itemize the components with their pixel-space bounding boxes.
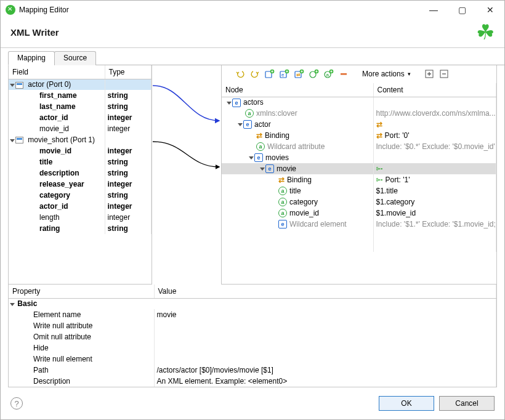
field-row[interactable]: descriptionstring [9, 168, 152, 179]
tab-mapping[interactable]: Mapping [8, 51, 55, 65]
tree-toggle-icon[interactable] [227, 102, 232, 105]
col-value[interactable]: Value [154, 285, 496, 298]
prop-group-row[interactable]: Basic [9, 298, 496, 309]
col-type[interactable]: Type [105, 65, 152, 79]
minimize-button[interactable]: — [419, 1, 448, 19]
node-row[interactable]: emovies [222, 152, 496, 163]
field-row[interactable]: last_namestring [9, 101, 152, 112]
help-icon[interactable]: ? [10, 397, 23, 410]
port-label[interactable]: actor (Port 0) [26, 80, 71, 89]
field-row[interactable]: movie_idinteger [9, 145, 152, 156]
tab-source[interactable]: Source [54, 51, 96, 65]
add-attribute2-icon[interactable]: a [323, 68, 335, 80]
field-name: category [9, 190, 105, 201]
tree-toggle-icon[interactable] [238, 123, 243, 126]
redo-icon[interactable] [249, 68, 261, 80]
node-row[interactable]: BindingPort: '1' [222, 174, 496, 185]
field-type: integer [105, 212, 152, 223]
prop-row[interactable]: Path/actors/actor [$0]/movies/movie [$1] [9, 365, 496, 376]
node-label: Wildcard attribute [267, 142, 325, 151]
prop-group-label: Basic [15, 299, 37, 308]
field-row[interactable]: actor_idinteger [9, 201, 152, 212]
attribute-icon: a [278, 209, 287, 217]
field-type: string [105, 101, 152, 112]
maximize-button[interactable]: ▢ [448, 1, 476, 19]
tree-toggle-icon[interactable] [10, 303, 15, 306]
field-name: release_year [9, 179, 105, 190]
prop-value[interactable] [154, 331, 496, 342]
node-row[interactable]: eWildcard elementInclude: '$1.*' Exclude… [222, 219, 496, 230]
port-row[interactable]: movie_short (Port 1) [9, 134, 152, 145]
add-binding-icon[interactable]: ⇄ [293, 68, 305, 80]
cancel-button[interactable]: Cancel [439, 396, 495, 411]
node-row[interactable]: BindingPort: '0' [222, 130, 496, 141]
node-row[interactable]: atitle$1.title [222, 185, 496, 196]
ok-button[interactable]: OK [379, 396, 434, 411]
tree-toggle-icon[interactable] [249, 156, 254, 160]
binding-icon [278, 176, 285, 184]
field-row[interactable]: first_namestring [9, 90, 152, 101]
more-actions-dropdown[interactable]: More actions ▾ [360, 68, 413, 79]
close-button[interactable]: ✕ [476, 1, 504, 19]
port-row[interactable]: actor (Port 0) [9, 79, 152, 90]
field-row[interactable]: titlestring [9, 156, 152, 168]
field-type: string [105, 223, 152, 234]
prop-name: Description [9, 376, 154, 387]
tab-strip: Mapping Source [8, 50, 504, 65]
app-icon [6, 5, 15, 15]
field-row[interactable]: actor_idinteger [9, 112, 152, 123]
prop-row[interactable]: Write null attribute [9, 320, 496, 331]
expand-all-icon[interactable] [423, 68, 435, 80]
prop-value[interactable]: An XML element. Example: <element0> [154, 376, 496, 387]
field-row[interactable]: lengthinteger [9, 212, 152, 223]
node-row[interactable]: acategory$1.category [222, 196, 496, 208]
remove-icon[interactable] [337, 68, 350, 80]
col-property[interactable]: Property [9, 285, 154, 298]
field-name: rating [9, 223, 105, 234]
port-label[interactable]: movie_short (Port 1) [26, 135, 95, 144]
prop-value[interactable] [154, 342, 496, 353]
prop-name: Write null element [9, 353, 154, 365]
prop-value[interactable] [154, 353, 496, 365]
undo-icon[interactable] [234, 68, 246, 80]
tree-toggle-icon[interactable] [260, 168, 265, 171]
header-row: XML Writer ☘ [1, 19, 504, 48]
col-field[interactable]: Field [9, 65, 105, 79]
tree-toggle-icon[interactable] [10, 139, 15, 142]
field-row[interactable]: ratingstring [9, 223, 152, 234]
field-row[interactable]: movie_idinteger [9, 123, 152, 134]
button-bar: ? OK Cancel [1, 387, 504, 419]
attribute-icon: a [245, 109, 254, 118]
node-row[interactable]: emovie [222, 163, 496, 174]
prop-row[interactable]: Write null element [9, 353, 496, 365]
node-row[interactable]: eactor [222, 119, 496, 130]
add-element-icon[interactable] [264, 68, 276, 80]
col-content[interactable]: Content [373, 83, 496, 97]
col-node[interactable]: Node [222, 83, 373, 97]
node-row[interactable]: aWildcard attributeInclude: '$0.*' Exclu… [222, 141, 496, 152]
prop-row[interactable]: Hide [9, 342, 496, 353]
prop-row[interactable]: DescriptionAn XML element. Example: <ele… [9, 376, 496, 387]
prop-row[interactable]: Element namemovie [9, 309, 496, 320]
node-label: actors [243, 98, 264, 107]
add-attribute-icon[interactable] [308, 68, 320, 80]
attribute-icon: a [278, 198, 287, 206]
add-element2-icon[interactable]: e [278, 68, 291, 80]
node-row[interactable]: amovie_id$1.movie_id [222, 208, 496, 219]
tree-toggle-icon[interactable] [10, 84, 15, 87]
node-content: Port: '0' [385, 131, 410, 140]
field-row[interactable]: release_yearinteger [9, 179, 152, 190]
node-row[interactable]: eactors [222, 97, 496, 108]
node-content: $1.category [376, 198, 415, 206]
binding-icon [376, 176, 383, 184]
node-label: category [289, 198, 318, 206]
prop-value[interactable]: movie [154, 309, 496, 320]
prop-value[interactable] [154, 320, 496, 331]
collapse-all-icon[interactable] [438, 68, 450, 80]
field-row[interactable]: categorystring [9, 190, 152, 201]
node-label: movie_id [289, 209, 319, 217]
node-row[interactable]: axmlns:cloverhttp://www.cloverdx.com/ns/… [222, 108, 496, 119]
prop-row[interactable]: Omit null attribute [9, 331, 496, 342]
prop-value[interactable]: /actors/actor [$0]/movies/movie [$1] [154, 365, 496, 376]
field-name: length [9, 212, 105, 223]
